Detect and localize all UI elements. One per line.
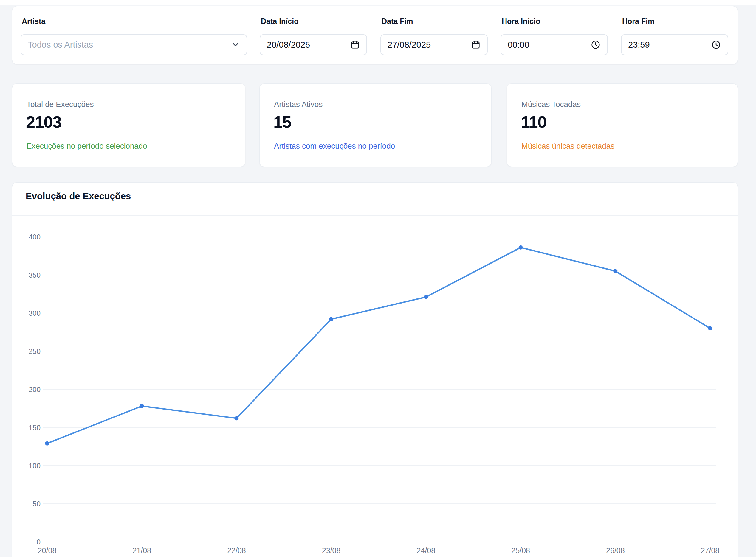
stat-label: Músicas Tocadas	[522, 100, 581, 109]
filter-bar: Artista Data Início Data Fim Hora Início…	[12, 6, 738, 64]
hora-fim-value: 23:59	[628, 40, 650, 50]
svg-text:150: 150	[29, 423, 40, 432]
top-header-strip	[0, 0, 756, 5]
calendar-icon[interactable]	[471, 40, 480, 50]
stat-subtitle: Artistas com execuções no período	[274, 142, 395, 151]
svg-text:100: 100	[29, 462, 40, 470]
stat-value: 2103	[26, 112, 61, 131]
hora-inicio-input[interactable]: 00:00	[501, 34, 608, 55]
hora-fim-label: Hora Fim	[622, 17, 654, 26]
data-fim-label: Data Fim	[382, 17, 413, 26]
stat-label: Total de Execuções	[27, 100, 93, 109]
svg-text:25/08: 25/08	[511, 546, 530, 555]
evolucao-chart-card: Evolução de Execuções 050100150200250300…	[12, 182, 738, 557]
svg-text:300: 300	[29, 309, 40, 317]
artista-label: Artista	[22, 17, 45, 26]
stat-card-musicas-tocadas: Músicas Tocadas 110 Músicas únicas detec…	[507, 83, 738, 167]
data-inicio-value: 20/08/2025	[267, 40, 310, 50]
svg-text:400: 400	[29, 233, 40, 241]
svg-text:0: 0	[37, 538, 40, 546]
clock-icon[interactable]	[591, 39, 601, 50]
artista-select[interactable]: Todos os Artistas	[21, 34, 247, 55]
stat-card-artistas-ativos: Artistas Ativos 15 Artistas com execuçõe…	[259, 83, 492, 167]
calendar-icon[interactable]	[350, 40, 360, 50]
hora-fim-input[interactable]: 23:59	[621, 34, 728, 55]
hora-inicio-value: 00:00	[508, 40, 529, 50]
svg-text:50: 50	[32, 500, 40, 508]
stat-subtitle: Execuções no período selecionado	[27, 142, 147, 151]
chart-title: Evolução de Execuções	[26, 191, 131, 202]
svg-text:350: 350	[29, 271, 40, 279]
svg-text:21/08: 21/08	[132, 546, 151, 555]
svg-text:20/08: 20/08	[38, 546, 57, 555]
stat-value: 15	[273, 112, 291, 131]
artista-select-value: Todos os Artistas	[28, 40, 93, 50]
clock-icon[interactable]	[711, 39, 721, 50]
svg-text:23/08: 23/08	[322, 546, 341, 555]
data-inicio-label: Data Início	[261, 17, 299, 26]
data-fim-input[interactable]: 27/08/2025	[381, 34, 488, 55]
svg-text:27/08: 27/08	[701, 546, 720, 555]
stat-subtitle: Músicas únicas detectadas	[522, 142, 614, 151]
stat-label: Artistas Ativos	[274, 100, 323, 109]
svg-text:200: 200	[29, 385, 40, 393]
stat-card-total-execucoes: Total de Execuções 2103 Execuções no per…	[12, 83, 245, 167]
stat-value: 110	[521, 112, 547, 131]
svg-text:26/08: 26/08	[606, 546, 625, 555]
data-inicio-input[interactable]: 20/08/2025	[260, 34, 367, 55]
svg-text:250: 250	[29, 347, 40, 355]
svg-text:24/08: 24/08	[417, 546, 436, 555]
hora-inicio-label: Hora Início	[502, 17, 540, 26]
executions-line-chart: 05010015020025030035040020/0821/0822/082…	[12, 215, 737, 557]
data-fim-value: 27/08/2025	[388, 40, 431, 50]
chevron-down-icon	[231, 40, 240, 49]
svg-text:22/08: 22/08	[227, 546, 246, 555]
